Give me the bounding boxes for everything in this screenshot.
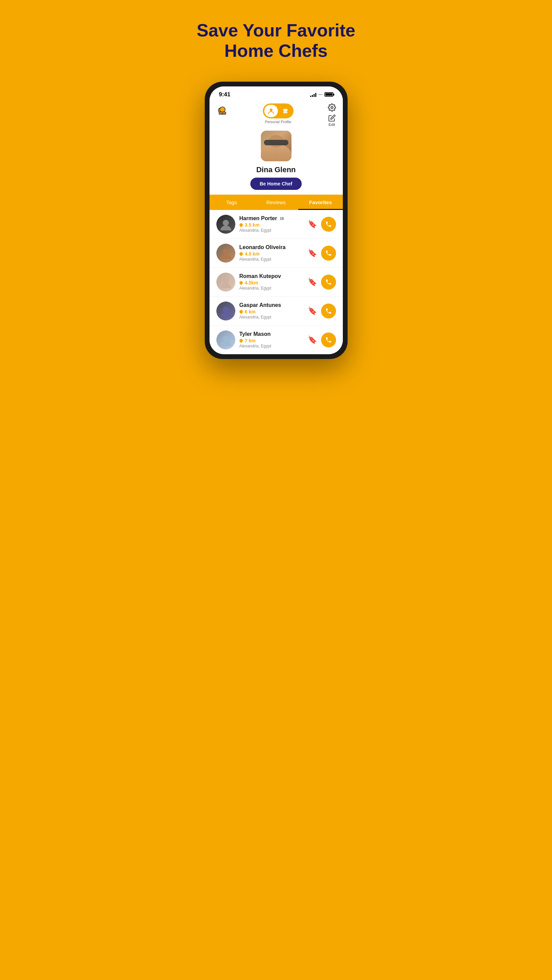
chef-avatar [216,301,235,321]
svg-point-11 [223,249,229,255]
app-header: Personal Profile Edit [209,101,343,127]
avatar [261,130,292,161]
bookmark-button[interactable]: 🔖 [308,336,317,344]
pin-icon [238,280,243,285]
chef-name: Gaspar Antunes [240,302,281,308]
chef-location: Alexandria, Egypt [240,286,304,291]
svg-point-13 [223,307,229,313]
status-time: 9:41 [219,91,231,98]
chef-info: Leonardo Oliveira 4.0 km Alexandria, Egy… [240,244,304,262]
phone-screen: 9:41 ⋅⋅⋅ [209,86,343,354]
wifi-icon: ⋅⋅⋅ [318,92,322,97]
chef-name: Leonardo Oliveira [240,244,286,250]
chef-list-item: Leonardo Oliveira 4.0 km Alexandria, Egy… [209,239,343,268]
tab-tags[interactable]: Tags [209,195,254,210]
call-button[interactable] [321,217,336,232]
chef-location: Alexandria, Egypt [240,315,304,320]
phone-frame: 9:41 ⋅⋅⋅ [205,82,347,359]
profile-toggle[interactable]: Personal Profile [263,103,293,124]
chef-avatar [216,272,235,292]
call-button[interactable] [321,246,336,261]
bookmark-button[interactable]: 🔖 [308,278,317,286]
chef-info: Gaspar Antunes 6 km Alexandria, Egypt [240,302,304,320]
toggle-chef[interactable] [279,105,292,117]
chef-list: Harmen Porter 16 3.5 km Alexandria, Egyp… [209,210,343,354]
chef-name: Tyler Mason [240,331,271,337]
call-button[interactable] [321,275,336,290]
svg-rect-6 [283,111,287,113]
chef-list-item: Tyler Mason 7 km Alexandria, Egypt 🔖 [209,326,343,354]
settings-button[interactable] [328,103,336,111]
svg-point-12 [223,278,229,284]
svg-point-8 [286,109,288,111]
page-title: Save Your Favorite Home Chefs [197,21,355,61]
profile-section: Dina Glenn Be Home Chef [209,127,343,195]
chef-list-item: Gaspar Antunes 6 km Alexandria, Egypt 🔖 [209,297,343,326]
chef-avatar [216,215,235,234]
chef-badge: 16 [280,216,284,221]
chef-actions: 🔖 [308,246,336,261]
bookmark-button[interactable]: 🔖 [308,307,317,315]
logo-icon [216,103,228,119]
chef-actions: 🔖 [308,332,336,347]
chef-actions: 🔖 [308,304,336,318]
header-actions: Edit [328,103,336,127]
chef-name: Roman Kutepov [240,273,281,279]
chef-location: Alexandria, Egypt [240,257,304,262]
chef-actions: 🔖 [308,217,336,232]
chef-distance: 7 km [240,338,304,343]
chef-avatar [216,243,235,263]
chef-name: Harmen Porter [240,215,277,221]
chef-location: Alexandria, Egypt [240,228,304,233]
bookmark-button[interactable]: 🔖 [308,249,317,258]
tab-reviews[interactable]: Reviews [254,195,298,210]
svg-point-14 [223,336,229,342]
toggle-label: Personal Profile [265,120,292,124]
svg-point-1 [220,107,225,112]
tabs-bar: Tags Reviews Favorites [209,195,343,210]
pin-icon [238,223,243,227]
svg-point-9 [331,107,333,108]
chef-actions: 🔖 [308,275,336,290]
svg-point-10 [223,220,229,226]
tab-favorites[interactable]: Favorites [298,195,343,210]
chef-list-item: Roman Kutepov 4.5km Alexandria, Egypt 🔖 [209,268,343,297]
svg-point-7 [283,109,285,111]
chef-info: Harmen Porter 16 3.5 km Alexandria, Egyp… [240,215,304,233]
call-button[interactable] [321,332,336,347]
svg-point-4 [270,108,273,111]
chef-distance: 4.0 km [240,251,304,256]
chef-distance: 3.5 km [240,222,304,228]
battery-icon [324,92,333,97]
chef-location: Alexandria, Egypt [240,344,304,348]
status-icons: ⋅⋅⋅ [310,92,333,97]
be-chef-button[interactable]: Be Home Chef [250,178,302,190]
chef-info: Roman Kutepov 4.5km Alexandria, Egypt [240,273,304,291]
pin-icon [238,338,243,343]
toggle-personal[interactable] [264,105,278,117]
bookmark-button[interactable]: 🔖 [308,220,317,229]
chef-avatar [216,331,235,350]
chef-distance: 4.5km [240,280,304,285]
chef-info: Tyler Mason 7 km Alexandria, Egypt [240,331,304,348]
profile-name: Dina Glenn [256,165,295,174]
chef-distance: 6 km [240,309,304,314]
pin-icon [238,309,243,314]
status-bar: 9:41 ⋅⋅⋅ [209,86,343,101]
call-button[interactable] [321,304,336,318]
edit-button[interactable]: Edit [328,115,336,127]
chef-list-item: Harmen Porter 16 3.5 km Alexandria, Egyp… [209,210,343,239]
signal-icon [310,92,316,97]
pin-icon [238,251,243,256]
edit-label: Edit [328,123,335,127]
